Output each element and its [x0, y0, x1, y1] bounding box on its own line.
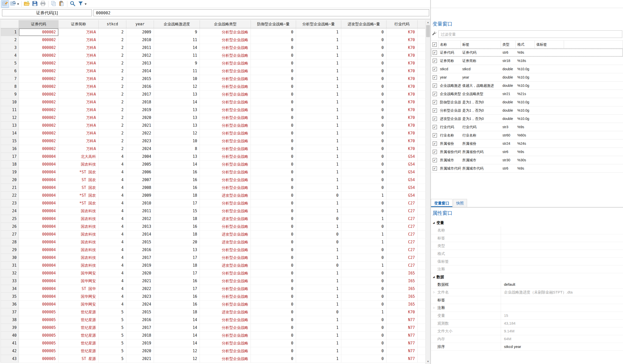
grid-cell[interactable]: 000004 — [19, 223, 59, 231]
grid-cell[interactable]: 13 — [154, 106, 200, 114]
grid-cell[interactable]: 0 — [341, 207, 386, 215]
grid-cell[interactable]: 2019 — [126, 262, 154, 269]
grid-cell[interactable]: 000005 — [19, 347, 59, 355]
row-number[interactable]: 32 — [1, 269, 19, 277]
data-editor-button[interactable] — [1, 1, 9, 8]
grid-cell[interactable]: 1 — [296, 28, 341, 36]
grid-cell[interactable]: 4 — [99, 207, 126, 215]
grid-cell[interactable]: 18 — [154, 308, 200, 316]
grid-cell[interactable]: 2017 — [126, 91, 154, 98]
column-header[interactable]: 类型 — [501, 41, 516, 48]
grid-cell[interactable]: 15 — [154, 207, 200, 215]
grid-cell[interactable]: 2 — [99, 114, 126, 122]
grid-cell[interactable]: K70 — [386, 83, 418, 91]
grid-cell[interactable]: 分析型企业战略 — [200, 129, 251, 137]
tab-variables-window[interactable]: 变量窗口 — [431, 199, 452, 207]
grid-cell[interactable]: 2013 — [126, 59, 154, 67]
grid-cell[interactable]: 国农科技 — [59, 207, 99, 215]
grid-cell[interactable]: 0 — [341, 67, 386, 75]
grid-cell[interactable]: 0 — [251, 114, 296, 122]
row-number[interactable]: 40 — [1, 332, 19, 339]
grid-cell[interactable]: 0 — [251, 324, 296, 332]
row-number[interactable]: 17 — [1, 153, 19, 161]
grid-cell[interactable]: 0 — [341, 83, 386, 91]
grid-cell[interactable]: 0 — [251, 153, 296, 161]
grid-cell[interactable]: 1 — [341, 192, 386, 199]
grid-cell[interactable]: 000004 — [19, 285, 59, 293]
grid-cell[interactable]: 分析型企业战略 — [200, 199, 251, 207]
grid-cell[interactable]: N77 — [386, 347, 418, 355]
section-header[interactable]: ◢变量 — [431, 219, 623, 227]
row-number[interactable]: 25 — [1, 215, 19, 223]
grid-cell[interactable]: 000002 — [19, 91, 59, 98]
expand-icon[interactable]: ▷ — [431, 304, 437, 312]
grid-cell[interactable]: 16 — [154, 184, 200, 192]
grid-cell[interactable]: 世纪星源 — [59, 324, 99, 332]
grid-cell[interactable]: 1 — [296, 122, 341, 129]
grid-cell[interactable]: 分析型企业战略 — [200, 44, 251, 52]
grid-cell[interactable]: 1 — [296, 285, 341, 293]
column-header[interactable]: 企业战略类型 — [200, 20, 251, 28]
row-number[interactable]: 35 — [1, 293, 19, 301]
grid-cell[interactable]: K70 — [386, 106, 418, 114]
grid-cell[interactable]: 000004 — [19, 161, 59, 168]
row-number[interactable]: 9 — [1, 91, 19, 98]
grid-cell[interactable]: 2009 — [126, 192, 154, 199]
grid-cell[interactable]: 000002 — [19, 129, 59, 137]
grid-cell[interactable]: 国农科技 — [59, 254, 99, 262]
grid-cell[interactable]: 1 — [296, 332, 341, 339]
grid-cell[interactable]: 16 — [154, 176, 200, 184]
grid-cell[interactable]: 0 — [251, 192, 296, 199]
row-number[interactable]: 10 — [1, 98, 19, 106]
grid-cell[interactable]: 0 — [251, 59, 296, 67]
grid-cell[interactable]: 5 — [99, 324, 126, 332]
variable-row[interactable]: ✓企业战略类型企业战略类型str21%21s — [431, 90, 623, 98]
variable-row[interactable]: ✓证券代码证券代码str6%9s — [431, 48, 623, 57]
grid-cell[interactable]: 000004 — [19, 269, 59, 277]
grid-cell[interactable]: ST 国华 — [59, 285, 99, 293]
grid-cell[interactable]: 2018 — [126, 98, 154, 106]
grid-cell[interactable]: N77 — [386, 332, 418, 339]
grid-cell[interactable]: 国农科技 — [59, 262, 99, 269]
grid-cell[interactable]: 0 — [341, 129, 386, 137]
grid-cell[interactable]: 2 — [99, 52, 126, 59]
grid-cell[interactable]: 2 — [99, 98, 126, 106]
grid-cell[interactable]: 0 — [251, 161, 296, 168]
grid-cell[interactable]: 2005 — [126, 161, 154, 168]
grid-cell[interactable]: 2012 — [126, 52, 154, 59]
grid-cell[interactable]: 2022 — [126, 129, 154, 137]
grid-cell[interactable]: 5 — [99, 355, 126, 363]
grid-cell[interactable]: 北大高科 — [59, 153, 99, 161]
variable-row[interactable]: ✓yearyeardouble%10.0g — [431, 73, 623, 82]
grid-cell[interactable]: 0 — [251, 129, 296, 137]
grid-cell[interactable]: G54 — [386, 168, 418, 176]
grid-cell[interactable]: 国华网安 — [59, 301, 99, 308]
grid-cell[interactable]: K70 — [386, 98, 418, 106]
grid-cell[interactable]: 万科A — [59, 106, 99, 114]
variable-checkbox[interactable]: ✓ — [433, 67, 437, 71]
grid-cell[interactable]: 国华网安 — [59, 269, 99, 277]
grid-cell[interactable]: 2023 — [126, 293, 154, 301]
grid-cell[interactable]: 16 — [154, 168, 200, 176]
grid-cell[interactable]: 分析型企业战略 — [200, 316, 251, 324]
grid-cell[interactable]: 0 — [341, 301, 386, 308]
grid-cell[interactable]: 10 — [154, 137, 200, 145]
grid-cell[interactable]: 0 — [251, 231, 296, 238]
grid-cell[interactable]: 1 — [296, 59, 341, 67]
grid-cell[interactable]: 2016 — [126, 83, 154, 91]
grid-cell[interactable]: 分析型企业战略 — [200, 324, 251, 332]
grid-cell[interactable]: 2018 — [126, 332, 154, 339]
grid-cell[interactable]: 4 — [99, 192, 126, 199]
grid-cell[interactable]: 11 — [154, 67, 200, 75]
grid-cell[interactable]: 2021 — [126, 122, 154, 129]
grid-cell[interactable]: 世纪星源 — [59, 308, 99, 316]
grid-cell[interactable]: 分析型企业战略 — [200, 269, 251, 277]
grid-cell[interactable]: 0 — [251, 98, 296, 106]
grid-cell[interactable]: 17 — [154, 254, 200, 262]
grid-cell[interactable]: 0 — [251, 44, 296, 52]
grid-cell[interactable]: 2011 — [126, 44, 154, 52]
grid-cell[interactable]: 国农科技 — [59, 223, 99, 231]
grid-cell[interactable]: 0 — [251, 262, 296, 269]
grid-cell[interactable]: 国农科技 — [59, 161, 99, 168]
grid-cell[interactable]: 4 — [99, 153, 126, 161]
